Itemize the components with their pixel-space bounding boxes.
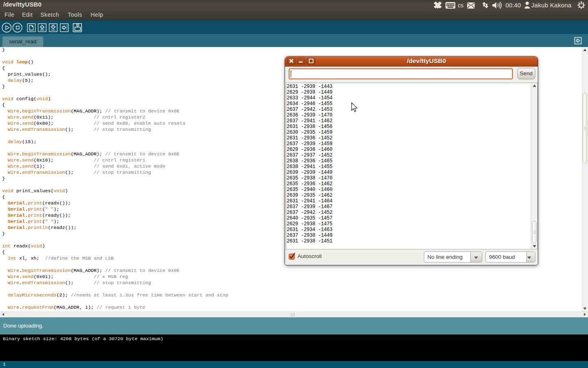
svg-text:00:40: 00:40 — [506, 2, 521, 9]
svg-text:cs: cs — [458, 2, 463, 9]
svg-text:Jakub Kakona: Jakub Kakona — [531, 2, 572, 9]
